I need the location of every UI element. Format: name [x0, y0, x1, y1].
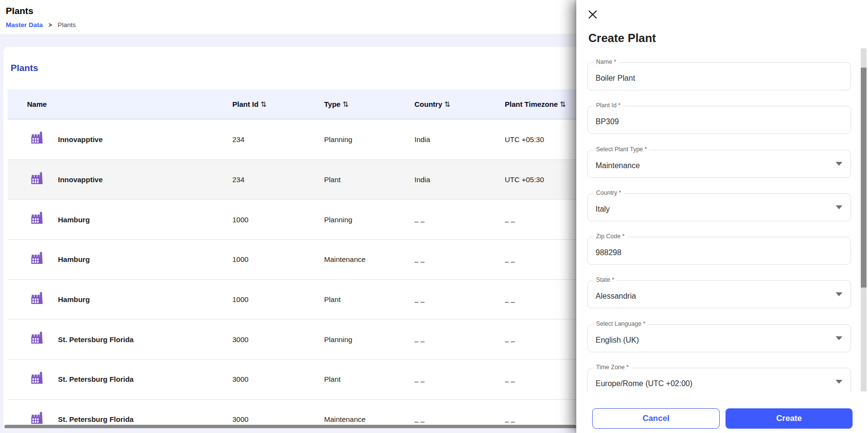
card-heading: Plants [11, 63, 38, 73]
column-header-label: Name [27, 100, 47, 108]
field-value: Alessandria [588, 292, 636, 301]
cell-country: – – [407, 297, 497, 305]
cell-type: Planning [316, 216, 407, 224]
dropdown-arrow-icon [836, 162, 842, 166]
field-value: Boiler Plant [588, 74, 635, 83]
field-label: Plant Id * [594, 102, 623, 109]
field-select-plant-type[interactable]: Select Plant Type *Maintenance [587, 150, 851, 178]
factory-icon [30, 251, 44, 265]
plant-name: Hamburg [58, 216, 90, 224]
cell-name: St. Petersburg Florida [8, 332, 225, 346]
factory-icon [30, 130, 44, 145]
cell-country: India [407, 135, 497, 144]
cell-country: – – [407, 217, 497, 225]
cell-name: Hamburg [8, 292, 225, 307]
factory-icon [30, 211, 44, 225]
field-label: Name * [594, 58, 619, 65]
drawer-title: Create Plant [588, 31, 656, 45]
field-label: State * [594, 276, 617, 283]
cell-name: Innovapptive [8, 173, 225, 187]
create-button[interactable]: Create [726, 408, 853, 429]
column-header-plant-id[interactable]: Plant Id⇅ [225, 100, 316, 109]
dropdown-arrow-icon [836, 205, 842, 209]
breadcrumb-current: Plants [58, 21, 76, 29]
plant-name: St. Petersburg Florida [58, 335, 134, 344]
field-label: Select Plant Type * [594, 146, 649, 153]
field-plant-id[interactable]: Plant Id *BP309 [587, 106, 851, 134]
factory-icon [30, 331, 44, 345]
sort-icon[interactable]: ⇅ [260, 100, 267, 109]
field-value: Italy [588, 205, 610, 214]
column-header-label: Plant Id [232, 100, 258, 108]
cell-name: Innovapptive [8, 132, 225, 146]
cell-country: – – [407, 257, 497, 265]
cell-country: – – [407, 337, 497, 345]
field-select-language[interactable]: Select Language *English (UK) [587, 324, 851, 352]
field-value: English (UK) [588, 336, 639, 345]
field-label: Select Language * [594, 320, 648, 327]
cell-plant-id: 3000 [225, 415, 316, 423]
plant-name: Hamburg [58, 255, 90, 263]
cell-type: Maintenance [316, 415, 407, 423]
cell-plant-id: 3000 [225, 335, 316, 344]
sort-icon[interactable]: ⇅ [444, 100, 451, 109]
cell-name: St. Petersburg Florida [8, 372, 225, 387]
field-country[interactable]: Country *Italy [587, 193, 851, 221]
cell-country: – – [407, 377, 497, 385]
field-zip-code[interactable]: Zip Code *988298 [587, 237, 851, 265]
dropdown-arrow-icon [836, 292, 842, 296]
column-header-label: Plant Timezone [505, 100, 558, 108]
field-name[interactable]: Name *Boiler Plant [587, 62, 851, 90]
field-value: Europe/Rome (UTC +02:00) [588, 379, 693, 388]
cell-type: Planning [316, 135, 407, 144]
plant-name: Hamburg [58, 295, 90, 303]
drawer-form: Name *Boiler PlantPlant Id *BP309Select … [576, 48, 868, 392]
page-title: Plants [6, 6, 33, 16]
field-time-zone[interactable]: Time Zone *Europe/Rome (UTC +02:00) [587, 368, 851, 392]
column-header-type[interactable]: Type⇅ [316, 100, 407, 109]
breadcrumb-master-data[interactable]: Master Data [6, 21, 43, 29]
field-value: 988298 [588, 248, 621, 257]
cell-plant-id: 3000 [225, 375, 316, 383]
cell-name: Hamburg [8, 252, 225, 267]
cancel-button[interactable]: Cancel [592, 408, 720, 429]
cell-country: – – [407, 417, 497, 425]
column-header-label: Type [324, 100, 341, 108]
field-value: Maintenance [588, 161, 640, 170]
column-header-country[interactable]: Country⇅ [407, 100, 497, 109]
column-header-label: Country [414, 100, 442, 108]
dropdown-arrow-icon [836, 380, 842, 384]
column-header-name: Name [8, 100, 225, 108]
cell-type: Plant [316, 375, 407, 383]
field-label: Zip Code * [594, 233, 627, 240]
field-value: BP309 [588, 117, 619, 126]
factory-icon [30, 291, 44, 305]
cell-type: Maintenance [316, 255, 407, 263]
close-icon[interactable] [587, 9, 598, 20]
cell-plant-id: 1000 [225, 255, 316, 263]
cell-type: Plant [316, 175, 407, 184]
cell-country: India [407, 175, 497, 184]
factory-icon [30, 411, 44, 425]
plant-name: St. Petersburg Florida [58, 415, 134, 423]
factory-icon [30, 371, 44, 385]
cell-type: Plant [316, 295, 407, 303]
breadcrumb: Master Data > Plants [6, 21, 76, 29]
sort-icon[interactable]: ⇅ [342, 100, 349, 109]
cell-type: Planning [316, 335, 407, 344]
field-state[interactable]: State *Alessandria [587, 280, 851, 308]
cell-plant-id: 234 [225, 135, 316, 144]
plant-name: Innovapptive [58, 135, 103, 144]
breadcrumb-separator: > [49, 22, 52, 29]
plant-name: Innovapptive [58, 175, 103, 184]
field-label: Country * [594, 189, 624, 196]
cell-plant-id: 1000 [225, 295, 316, 303]
cell-name: Hamburg [8, 212, 225, 227]
drawer-scrollbar-thumb[interactable] [861, 68, 867, 288]
horizontal-scrollbar[interactable] [4, 425, 576, 428]
dropdown-arrow-icon [836, 336, 842, 340]
sort-icon[interactable]: ⇅ [560, 100, 566, 109]
plant-name: St. Petersburg Florida [58, 375, 134, 383]
cell-plant-id: 1000 [225, 216, 316, 224]
factory-icon [30, 171, 44, 186]
